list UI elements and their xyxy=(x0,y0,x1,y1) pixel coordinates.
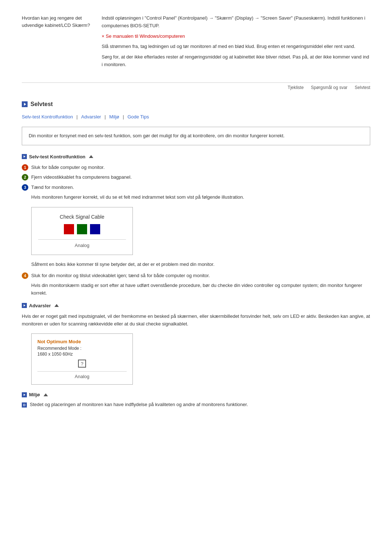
sq-green xyxy=(77,224,87,234)
not-optimum-box: Not Optimum Mode Recommended Mode : 1680… xyxy=(31,333,133,385)
tab-sporgsmaal[interactable]: Spørgsmål og svar xyxy=(311,85,348,90)
not-optimum-question: ? xyxy=(78,360,86,368)
advarsler-header: Advarsler xyxy=(22,303,370,308)
top-para2: Slå strømmen fra, tag ledningen ud og tø… xyxy=(102,43,370,50)
indent-1: Hvis monitoren fungerer korrekt, vil du … xyxy=(31,194,370,201)
collapse-icon[interactable] xyxy=(89,155,93,158)
svg-marker-0 xyxy=(24,103,26,106)
left-label: Hvordan kan jeg rengøre det udvendige ka… xyxy=(22,15,90,28)
svg-marker-3 xyxy=(24,394,25,396)
nav-tabs: Tjekliste Spørgsmål og svar Selvtest xyxy=(22,82,370,90)
section-header: Selvtest xyxy=(22,101,370,108)
top-section: Hvordan kan jeg rengøre det udvendige ka… xyxy=(22,15,370,72)
signal-box-title: Check Signal Cable xyxy=(38,214,126,220)
svg-marker-1 xyxy=(24,155,25,158)
section-title: Selvtest xyxy=(30,101,53,108)
svg-marker-2 xyxy=(24,304,25,307)
sq-red xyxy=(64,224,74,234)
miljo-header: Miljø xyxy=(22,392,370,397)
signal-box: Check Signal Cable Analog xyxy=(31,207,133,255)
step-3-circle: 3 xyxy=(22,184,28,191)
signal-squares xyxy=(38,224,126,234)
subnav-sep1: | xyxy=(77,114,79,119)
subnav-selvtest[interactable]: Selv-test Kontrolfunktion xyxy=(22,114,73,119)
signal-box-sub: Analog xyxy=(38,239,126,248)
miljo-text: Stedet og placeringen af monitoren kan h… xyxy=(30,402,248,407)
step-1: 1 Sluk for både computer og monitor. xyxy=(22,164,370,171)
advarsler-icon xyxy=(22,303,27,308)
step-1-text: Sluk for både computer og monitor. xyxy=(31,164,105,171)
step-2-circle: 2 xyxy=(22,174,28,181)
miljo-icon xyxy=(22,392,27,397)
subnav-miljo[interactable]: Miljø xyxy=(109,114,119,119)
page-container: Hvordan kan jeg rengøre det udvendige ka… xyxy=(0,0,392,432)
tab-tjekliste[interactable]: Tjekliste xyxy=(288,85,304,90)
not-optimum-rec: Recommended Mode : xyxy=(37,346,127,351)
info-box: Din monitor er forsynet med en selv-test… xyxy=(22,127,370,145)
step-3: 3 Tænd for monitoren. xyxy=(22,184,370,191)
miljo-collapse-icon[interactable] xyxy=(44,393,48,396)
step-1-circle: 1 xyxy=(22,164,28,171)
subnav-godetips[interactable]: Gode Tips xyxy=(127,114,149,119)
windows-link[interactable]: Se manualen til Windows/computeren xyxy=(102,33,185,39)
advarsler-collapse-icon[interactable] xyxy=(54,304,59,307)
miljo-bullet: D Stedet og placeringen af monitoren kan… xyxy=(22,402,370,408)
indent-2: Såfremt en boks ikke kommer til syne bet… xyxy=(31,261,370,268)
top-right: Indstil opløsningen i "Control Panel" (K… xyxy=(102,15,370,72)
miljo-title: Miljø xyxy=(29,392,40,397)
top-left: Hvordan kan jeg rengøre det udvendige ka… xyxy=(22,15,102,72)
subnav-sep2: | xyxy=(105,114,107,119)
subnav-sep3: | xyxy=(123,114,125,119)
self-test-header: Selv-test Kontrolfunktion xyxy=(22,154,370,159)
step-4-circle: 4 xyxy=(22,272,28,279)
section-icon xyxy=(22,101,28,107)
not-optimum-container: Not Optimum Mode Recommended Mode : 1680… xyxy=(31,333,370,385)
self-test-icon xyxy=(22,154,27,159)
top-para1: Indstil opløsningen i "Control Panel" (K… xyxy=(102,15,370,30)
miljo-d-icon: D xyxy=(22,402,27,408)
advarsler-title: Advarsler xyxy=(29,303,51,308)
tab-selvtest[interactable]: Selvtest xyxy=(355,85,370,90)
step-3-text: Tænd for monitoren. xyxy=(31,184,74,191)
sub-nav: Selv-test Kontrolfunktion | Advarsler | … xyxy=(22,114,370,119)
self-test-title: Selv-test Kontrolfunktion xyxy=(29,154,85,159)
step-2-text: Fjern videostikkablet fra computerens ba… xyxy=(31,174,132,181)
signal-box-container: Check Signal Cable Analog xyxy=(31,207,370,255)
not-optimum-sub: Analog xyxy=(37,371,127,379)
advarsler-text: Hvis der er noget galt med inputsignalet… xyxy=(22,313,370,328)
not-optimum-mode: 1680 x 1050 60Hz xyxy=(37,352,127,357)
sq-blue xyxy=(90,224,100,234)
step-4-text: Sluk for din monitor og tilslut videokab… xyxy=(31,272,210,279)
info-box-text: Din monitor er forsynet med en selv-test… xyxy=(29,133,285,138)
step-4: 4 Sluk for din monitor og tilslut videok… xyxy=(22,272,370,279)
top-para3: Sørg for, at der ikke efterlades rester … xyxy=(102,53,370,69)
step-2: 2 Fjern videostikkablet fra computerens … xyxy=(22,174,370,181)
subnav-advarsler[interactable]: Advarsler xyxy=(81,114,101,119)
indent-3: Hvis din monitorskærm stadig er sort eft… xyxy=(31,282,370,297)
not-optimum-title: Not Optimum Mode xyxy=(37,339,127,344)
